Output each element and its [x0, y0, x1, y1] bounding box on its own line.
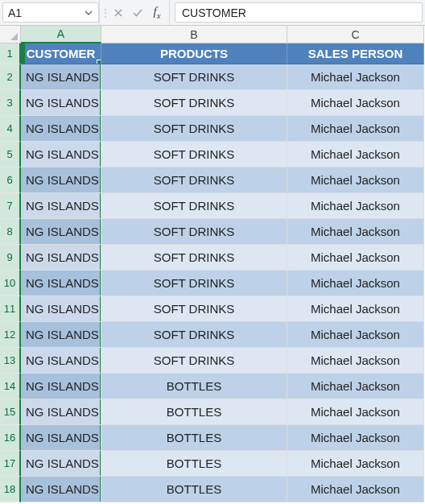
row-header-4[interactable]: 4: [0, 116, 21, 142]
row-header-16[interactable]: 16: [0, 425, 21, 451]
row-header-9[interactable]: 9: [0, 245, 21, 271]
cell-c5[interactable]: Michael Jackson: [287, 142, 424, 167]
cell-a12[interactable]: NG ISLANDS I: [21, 322, 101, 348]
cell-b1[interactable]: PRODUCTS: [101, 43, 287, 64]
cell-a13[interactable]: NG ISLANDS I: [21, 348, 101, 374]
cell-a1[interactable]: CUSTOMER: [21, 43, 101, 64]
cell-b8[interactable]: SOFT DRINKS: [101, 219, 287, 245]
row-header-10[interactable]: 10: [0, 271, 21, 296]
cell-c18[interactable]: Michael Jackson: [287, 477, 424, 502]
cell-c10[interactable]: Michael Jackson: [287, 271, 424, 296]
cell-b13[interactable]: SOFT DRINKS: [101, 348, 287, 374]
cell-b11[interactable]: SOFT DRINKS: [101, 296, 287, 322]
cell-c2[interactable]: Michael Jackson: [287, 64, 424, 90]
name-box-value: A1: [8, 6, 84, 19]
formula-bar: A1 ⋮ fx CUSTOMER: [0, 0, 425, 26]
cell-c8[interactable]: Michael Jackson: [287, 219, 424, 245]
cell-a9[interactable]: NG ISLANDS I: [21, 245, 101, 271]
cell-c1[interactable]: SALES PERSON: [287, 43, 424, 64]
cell-b6[interactable]: SOFT DRINKS: [101, 167, 287, 193]
cell-c3[interactable]: Michael Jackson: [287, 90, 424, 116]
cell-c16[interactable]: Michael Jackson: [287, 425, 424, 451]
cell-a18[interactable]: NG ISLANDS I: [21, 477, 101, 502]
row-header-17[interactable]: 17: [0, 451, 21, 477]
column-header-b[interactable]: B: [101, 26, 287, 43]
cell-c12[interactable]: Michael Jackson: [287, 322, 424, 348]
cell-c13[interactable]: Michael Jackson: [287, 348, 424, 374]
row-header-1[interactable]: 1: [0, 43, 21, 64]
cell-b12[interactable]: SOFT DRINKS: [101, 322, 287, 348]
cell-b18[interactable]: BOTTLES: [101, 477, 287, 502]
accept-formula-button[interactable]: [129, 4, 146, 22]
separator: [169, 0, 170, 25]
cell-b4[interactable]: SOFT DRINKS: [101, 116, 287, 142]
column-header-a[interactable]: A: [21, 26, 101, 43]
cell-a4[interactable]: NG ISLANDS I: [21, 116, 101, 142]
cell-b16[interactable]: BOTTLES: [101, 425, 287, 451]
cell-a15[interactable]: NG ISLANDS I: [21, 399, 101, 425]
cancel-formula-button[interactable]: [109, 4, 127, 22]
row-header-12[interactable]: 12: [0, 322, 21, 348]
row-header-11[interactable]: 11: [0, 296, 21, 322]
row-header-13[interactable]: 13: [0, 348, 21, 374]
cell-b2[interactable]: SOFT DRINKS: [101, 64, 287, 90]
cell-c4[interactable]: Michael Jackson: [287, 116, 424, 142]
cell-c6[interactable]: Michael Jackson: [287, 167, 424, 193]
cell-b3[interactable]: SOFT DRINKS: [101, 90, 287, 116]
cell-c9[interactable]: Michael Jackson: [287, 245, 424, 271]
cell-a16[interactable]: NG ISLANDS I: [21, 425, 101, 451]
cell-a14[interactable]: NG ISLANDS I: [21, 374, 101, 399]
cell-b17[interactable]: BOTTLES: [101, 451, 287, 477]
cell-a6[interactable]: NG ISLANDS I: [21, 167, 101, 193]
formula-buttons: ⋮ fx: [100, 0, 169, 25]
cell-b15[interactable]: BOTTLES: [101, 399, 287, 425]
cell-a5[interactable]: NG ISLANDS I: [21, 142, 101, 167]
cell-a10[interactable]: NG ISLANDS I: [21, 271, 101, 296]
formula-input-value: CUSTOMER: [182, 6, 246, 19]
cell-b5[interactable]: SOFT DRINKS: [101, 142, 287, 167]
chevron-down-icon[interactable]: [84, 8, 93, 18]
cell-c14[interactable]: Michael Jackson: [287, 374, 424, 399]
cell-b7[interactable]: SOFT DRINKS: [101, 193, 287, 219]
cell-a3[interactable]: NG ISLANDS I: [21, 90, 101, 116]
cell-c11[interactable]: Michael Jackson: [287, 296, 424, 322]
cell-a2[interactable]: NG ISLANDS I: [21, 64, 101, 90]
cell-b9[interactable]: SOFT DRINKS: [101, 245, 287, 271]
row-header-15[interactable]: 15: [0, 399, 21, 425]
row-header-14[interactable]: 14: [0, 374, 21, 399]
name-box[interactable]: A1: [2, 2, 99, 23]
cell-c17[interactable]: Michael Jackson: [287, 451, 424, 477]
cell-a17[interactable]: NG ISLANDS I: [21, 451, 101, 477]
row-header-8[interactable]: 8: [0, 219, 21, 245]
row-header-3[interactable]: 3: [0, 90, 21, 116]
cell-b10[interactable]: SOFT DRINKS: [101, 271, 287, 296]
cell-c7[interactable]: Michael Jackson: [287, 193, 424, 219]
fx-icon: fx: [153, 5, 160, 20]
cell-a7[interactable]: NG ISLANDS I: [21, 193, 101, 219]
row-header-18[interactable]: 18: [0, 477, 21, 502]
select-all-button[interactable]: [0, 26, 21, 43]
cell-a8[interactable]: NG ISLANDS I: [21, 219, 101, 245]
formula-input[interactable]: CUSTOMER: [175, 2, 423, 23]
cell-a11[interactable]: NG ISLANDS I: [21, 296, 101, 322]
cell-c15[interactable]: Michael Jackson: [287, 399, 424, 425]
spreadsheet-grid[interactable]: A B C 1 CUSTOMER PRODUCTS SALES PERSON 2…: [0, 26, 425, 502]
insert-function-button[interactable]: fx: [148, 4, 166, 22]
separator: ⋮: [103, 4, 108, 22]
column-header-c[interactable]: C: [287, 26, 424, 43]
cell-b14[interactable]: BOTTLES: [101, 374, 287, 399]
row-header-2[interactable]: 2: [0, 64, 21, 90]
row-header-5[interactable]: 5: [0, 142, 21, 167]
row-header-7[interactable]: 7: [0, 193, 21, 219]
row-header-6[interactable]: 6: [0, 167, 21, 193]
